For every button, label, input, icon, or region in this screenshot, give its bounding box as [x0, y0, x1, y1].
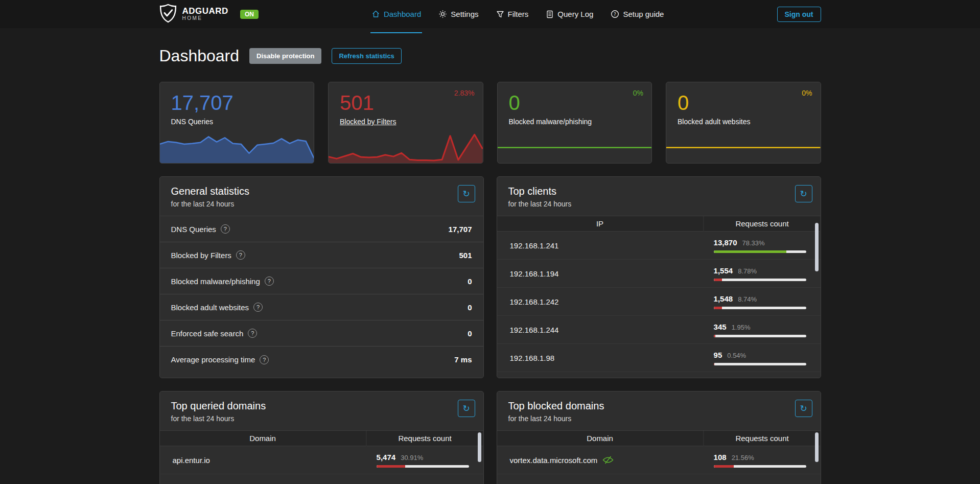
help-icon[interactable]: ? [236, 250, 245, 260]
stat-row-blocked-malware: Blocked malware/phishing? 0 [160, 268, 483, 294]
blocked-by-filters-value: 501 [329, 82, 483, 114]
top-queried-domains-panel: Top queried domains for the last 24 hour… [159, 391, 484, 484]
refresh-button[interactable]: ↻ [458, 185, 475, 202]
dns-queries-label: DNS Queries [160, 114, 314, 126]
scrollbar[interactable] [815, 223, 819, 271]
panel-title: Top blocked domains [508, 400, 809, 412]
main-nav: Dashboard Settings Filters Query Log [259, 0, 777, 28]
column-header-ip: IP [497, 216, 704, 232]
stat-row-processing-time: Average processing time? 7 ms [160, 347, 483, 373]
navbar: ADGUARD HOME ON Dashboard Settings [0, 0, 980, 28]
refresh-button[interactable]: ↻ [795, 185, 812, 202]
blocked-malware-percent: 0% [633, 89, 643, 97]
panel-subtitle: for the last 24 hours [508, 414, 809, 423]
gear-icon [438, 10, 447, 18]
brand-logo[interactable]: ADGUARD HOME ON [159, 4, 259, 25]
column-header-domain: Domain [497, 431, 704, 446]
help-icon[interactable]: ? [253, 303, 263, 312]
blocked-malware-sparkline [498, 127, 652, 163]
eye-off-icon [602, 456, 614, 464]
protection-status-badge: ON [240, 10, 259, 19]
brand-sub: HOME [182, 16, 228, 21]
help-circle-icon: ? [611, 10, 619, 18]
disable-protection-button[interactable]: Disable protection [249, 48, 321, 64]
blocked-by-filters-link[interactable]: Blocked by Filters [340, 118, 396, 126]
refresh-button[interactable]: ↻ [458, 400, 475, 417]
scrollbar[interactable] [478, 432, 481, 462]
nav-label: Query Log [557, 10, 593, 18]
svg-text:?: ? [614, 12, 616, 17]
refresh-statistics-button[interactable]: Refresh statistics [332, 48, 401, 64]
panel-title: General statistics [171, 186, 472, 197]
client-row: 192.168.1.242 1,5488.74% [497, 288, 821, 316]
nav-label: Setup guide [623, 10, 664, 18]
home-icon [371, 10, 380, 18]
help-icon[interactable]: ? [265, 276, 274, 286]
progress-bar [377, 465, 470, 468]
progress-bar [714, 465, 807, 468]
help-icon[interactable]: ? [260, 355, 269, 364]
dns-queries-sparkline [160, 127, 314, 163]
nav-label: Filters [508, 10, 529, 18]
domain-row: vortex.data.microsoft.com 10821.56% [497, 446, 821, 474]
help-icon[interactable]: ? [248, 329, 257, 338]
dns-queries-card: 17,707 DNS Queries [159, 82, 315, 164]
nav-label: Dashboard [384, 10, 421, 18]
blocked-adult-sparkline [666, 127, 821, 163]
panel-title: Top queried domains [171, 400, 472, 412]
sign-out-button[interactable]: Sign out [777, 7, 821, 22]
page-title: Dashboard [159, 47, 240, 65]
progress-bar [714, 279, 807, 281]
nav-item-setup-guide[interactable]: ? Setup guide [611, 0, 664, 28]
progress-bar [714, 250, 807, 253]
stat-row-blocked-filters: Blocked by Filters? 501 [160, 242, 483, 268]
top-blocked-domains-panel: Top blocked domains for the last 24 hour… [497, 391, 821, 484]
shield-check-icon [159, 4, 177, 25]
column-header-requests: Requests count [704, 431, 821, 446]
blocked-adult-value: 0 [666, 82, 821, 114]
nav-item-query-log[interactable]: Query Log [546, 0, 593, 28]
scrollbar[interactable] [815, 432, 819, 462]
brand-name: ADGUARD [182, 7, 228, 16]
domain-row: api.entur.io 5,47430.91% [160, 446, 483, 474]
blocked-malware-card: 0% 0 Blocked malware/phishing [497, 82, 652, 164]
column-header-domain: Domain [160, 431, 367, 446]
general-statistics-panel: General statistics for the last 24 hours… [159, 176, 484, 378]
blocked-malware-value: 0 [498, 82, 652, 114]
panel-subtitle: for the last 24 hours [171, 414, 472, 423]
blocked-by-filters-percent: 2.83% [454, 89, 475, 97]
column-header-requests: Requests count [704, 216, 821, 232]
column-header-requests: Requests count [367, 431, 483, 446]
client-row: 192.168.1.244 3451.95% [497, 316, 821, 344]
nav-item-dashboard[interactable]: Dashboard [371, 0, 421, 28]
blocked-adult-card: 0% 0 Blocked adult websites [666, 82, 821, 164]
stat-row-blocked-adult: Blocked adult websites? 0 [160, 294, 483, 320]
blocked-malware-label: Blocked malware/phishing [498, 114, 652, 126]
nav-item-settings[interactable]: Settings [438, 0, 478, 28]
blocked-by-filters-card: 2.83% 501 Blocked by Filters [328, 82, 483, 164]
panel-title: Top clients [508, 186, 809, 197]
top-clients-panel: Top clients for the last 24 hours ↻ IP R… [497, 176, 821, 378]
stat-row-safe-search: Enforced safe search? 0 [160, 320, 483, 347]
progress-bar [714, 335, 807, 337]
stat-row-dns-queries: DNS Queries? 17,707 [160, 216, 483, 242]
blocked-adult-label: Blocked adult websites [666, 114, 821, 126]
blocked-by-filters-sparkline [329, 127, 483, 163]
client-row: 192.168.1.241 13,87078.33% [497, 232, 821, 260]
client-row: 192.168.1.98 950.54% [497, 344, 821, 372]
blocked-adult-percent: 0% [802, 89, 812, 97]
help-icon[interactable]: ? [221, 224, 230, 234]
panel-subtitle: for the last 24 hours [508, 200, 809, 208]
funnel-icon [496, 10, 504, 18]
panel-subtitle: for the last 24 hours [171, 200, 472, 208]
progress-bar [714, 363, 807, 365]
document-icon [546, 10, 554, 18]
nav-label: Settings [451, 10, 478, 18]
refresh-button[interactable]: ↻ [795, 400, 812, 417]
nav-item-filters[interactable]: Filters [496, 0, 529, 28]
progress-bar [714, 307, 807, 309]
client-row: 192.168.1.194 1,5548.78% [497, 260, 821, 288]
dns-queries-value: 17,707 [160, 82, 314, 114]
